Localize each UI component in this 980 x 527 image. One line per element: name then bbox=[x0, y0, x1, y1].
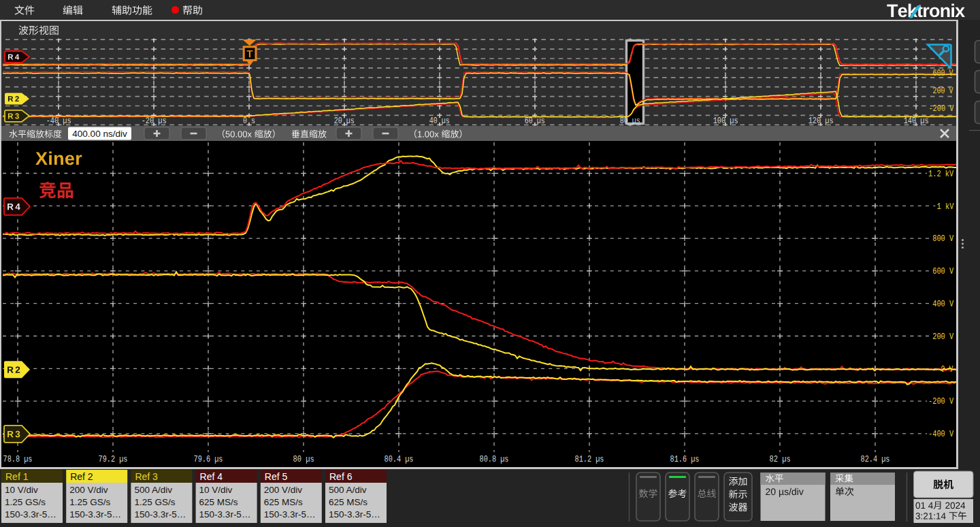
svg-text:79.6 µs: 79.6 µs bbox=[194, 454, 223, 464]
svg-text:1.25 GS/s: 1.25 GS/s bbox=[5, 497, 46, 507]
svg-text:1 kV: 1 kV bbox=[936, 202, 953, 212]
svg-text:200 V: 200 V bbox=[932, 332, 953, 342]
svg-text:-200 V: -200 V bbox=[928, 396, 953, 406]
svg-text:1.25 GS/s: 1.25 GS/s bbox=[134, 497, 175, 507]
svg-text:400 V: 400 V bbox=[932, 299, 953, 309]
svg-text:Ref 1: Ref 1 bbox=[5, 471, 29, 482]
svg-text:600 V: 600 V bbox=[932, 266, 953, 276]
svg-text:100 µs: 100 µs bbox=[713, 116, 738, 126]
svg-text:150-3.3r-5…: 150-3.3r-5… bbox=[134, 509, 186, 520]
svg-text:200 V: 200 V bbox=[933, 86, 953, 96]
svg-text:-20 µs: -20 µs bbox=[142, 116, 167, 126]
svg-text:120 µs: 120 µs bbox=[808, 116, 834, 126]
svg-text:1.2 kV: 1.2 kV bbox=[928, 169, 953, 179]
svg-text:150-3.3r-5…: 150-3.3r-5… bbox=[199, 509, 251, 520]
svg-text:800 V: 800 V bbox=[932, 234, 953, 244]
svg-text:Ref 2: Ref 2 bbox=[70, 471, 93, 482]
svg-text:140 µs: 140 µs bbox=[904, 116, 929, 126]
svg-text:1.25 GS/s: 1.25 GS/s bbox=[69, 497, 110, 507]
svg-text:200 V/div: 200 V/div bbox=[264, 485, 303, 495]
svg-text:150-3.3r-5…: 150-3.3r-5… bbox=[5, 509, 56, 520]
svg-text:625 MS/s: 625 MS/s bbox=[199, 497, 238, 507]
svg-text:60 µs: 60 µs bbox=[525, 116, 545, 126]
svg-text:625 MS/s: 625 MS/s bbox=[329, 497, 368, 507]
svg-text:500 A/div: 500 A/div bbox=[134, 485, 172, 495]
svg-text:150-3.3r-5…: 150-3.3r-5… bbox=[329, 509, 380, 520]
svg-text:78.8 µs: 78.8 µs bbox=[3, 454, 33, 464]
svg-text:82.4 µs: 82.4 µs bbox=[861, 454, 890, 464]
svg-text:81.2 µs: 81.2 µs bbox=[575, 454, 604, 464]
svg-text:150-3.3r-5…: 150-3.3r-5… bbox=[69, 509, 121, 520]
svg-text:10 V/div: 10 V/div bbox=[199, 485, 233, 495]
svg-text:400.00 ns/div: 400.00 ns/div bbox=[72, 129, 127, 139]
svg-text:600 V: 600 V bbox=[933, 69, 953, 78]
svg-text:Ref 4: Ref 4 bbox=[200, 471, 223, 482]
svg-text:40 µs: 40 µs bbox=[429, 116, 450, 126]
svg-text:Ref 5: Ref 5 bbox=[265, 471, 288, 482]
svg-text:10 V/div: 10 V/div bbox=[5, 485, 38, 495]
svg-text:Ref 6: Ref 6 bbox=[329, 471, 353, 482]
svg-text:150-3.3r-5…: 150-3.3r-5… bbox=[264, 509, 316, 520]
svg-text:80.4 µs: 80.4 µs bbox=[385, 454, 414, 464]
svg-text:80.8 µs: 80.8 µs bbox=[480, 454, 509, 464]
svg-text:-200 V: -200 V bbox=[928, 104, 953, 114]
svg-text:79.2 µs: 79.2 µs bbox=[99, 454, 128, 464]
svg-text:-400 V: -400 V bbox=[928, 429, 953, 439]
svg-text:0 s: 0 s bbox=[243, 116, 255, 126]
svg-text:80 µs: 80 µs bbox=[293, 454, 314, 464]
svg-text:500 A/div: 500 A/div bbox=[329, 485, 367, 495]
svg-text:-40 µs: -40 µs bbox=[46, 116, 71, 126]
svg-text:625 MS/s: 625 MS/s bbox=[264, 497, 303, 507]
svg-text:Ref 3: Ref 3 bbox=[135, 471, 158, 482]
svg-text:82 µs: 82 µs bbox=[770, 454, 791, 464]
svg-text:200 V/div: 200 V/div bbox=[69, 485, 108, 495]
svg-text:80 µs: 80 µs bbox=[620, 116, 640, 126]
svg-text:81.6 µs: 81.6 µs bbox=[670, 454, 700, 464]
svg-text:20 µs: 20 µs bbox=[334, 116, 355, 126]
